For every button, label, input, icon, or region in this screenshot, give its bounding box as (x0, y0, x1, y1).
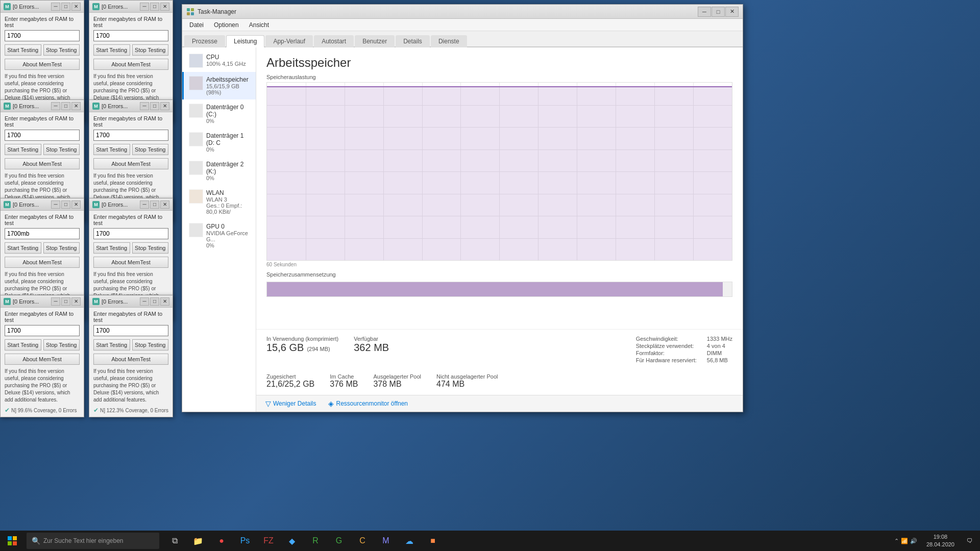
memtest-minimize-mw3[interactable]: ─ (51, 102, 60, 110)
memtest-minimize-mw6[interactable]: ─ (140, 201, 149, 209)
app12-button[interactable]: ■ (422, 531, 444, 551)
greenshot-button[interactable]: G (328, 531, 350, 551)
memtest-close-mw1[interactable]: ✕ (71, 3, 81, 11)
memtest-input-mw5[interactable] (5, 228, 80, 239)
tab-benutzer[interactable]: Benutzer (355, 35, 395, 47)
taskmanager-maximize-button[interactable]: □ (712, 7, 725, 17)
menu-datei[interactable]: Datei (184, 19, 209, 31)
memtest-stop-btn-mw4[interactable]: Stop Testing (132, 144, 169, 155)
memtest-minimize-mw8[interactable]: ─ (140, 297, 149, 306)
memtest-input-mw3[interactable] (5, 130, 80, 141)
sidebar-item-cpu[interactable]: CPU 100% 4,15 GHz (182, 49, 256, 72)
memtest-start-btn-mw7[interactable]: Start Testing (5, 339, 41, 350)
sidebar-item-gpu[interactable]: GPU 0 NVIDIA GeForce G... 0% (182, 219, 256, 253)
memtest-stop-btn-mw3[interactable]: Stop Testing (43, 144, 80, 155)
task-view-button[interactable]: ⧉ (163, 531, 186, 551)
tab-dienste[interactable]: Dienste (431, 35, 467, 47)
memtest-start-btn-mw8[interactable]: Start Testing (93, 339, 130, 350)
memtest-restore-mw2[interactable]: □ (150, 3, 159, 11)
tab-leistung[interactable]: Leistung (226, 35, 264, 47)
memtest-input-mw1[interactable] (5, 30, 80, 41)
memtest-about-btn-mw5[interactable]: About MemTest (5, 257, 80, 268)
dropbox-button[interactable]: ◆ (281, 531, 303, 551)
start-button[interactable] (0, 531, 24, 551)
memtest-minimize-mw4[interactable]: ─ (140, 102, 149, 110)
memtest-about-btn-mw4[interactable]: About MemTest (93, 158, 168, 169)
memtest-start-btn-mw2[interactable]: Start Testing (93, 44, 130, 56)
tab-autostart[interactable]: Autostart (314, 35, 354, 47)
photoshop-button[interactable]: Ps (234, 531, 256, 551)
taskmanager-close-button[interactable]: ✕ (725, 7, 739, 17)
chrome-button[interactable]: C (351, 531, 374, 551)
memtest-close-mw2[interactable]: ✕ (160, 3, 169, 11)
memtest-restore-mw7[interactable]: □ (61, 297, 70, 306)
memtest-stop-btn-mw6[interactable]: Stop Testing (132, 242, 169, 254)
taskbar-clock[interactable]: 19:08 28.04.2020 (921, 533, 960, 549)
app11-button[interactable]: ☁ (398, 531, 421, 551)
memtest-minimize-mw1[interactable]: ─ (51, 3, 60, 11)
taskbar-search[interactable]: 🔍 Zur Suche Text hier eingeben (27, 533, 159, 549)
menu-ansicht[interactable]: Ansicht (244, 19, 274, 31)
sidebar-item-arbeitsspeicher[interactable]: Arbeitsspeicher 15,6/15,9 GB (98%) (182, 72, 256, 99)
weniger-details-button[interactable]: ▽ Weniger Details (262, 398, 319, 409)
memtest-input-mw8[interactable] (93, 325, 168, 336)
memtest-stop-btn-mw7[interactable]: Stop Testing (43, 339, 80, 350)
memtest-restore-mw3[interactable]: □ (61, 102, 70, 110)
memtest-minimize-mw2[interactable]: ─ (140, 3, 149, 11)
file-explorer-button[interactable]: 📁 (187, 531, 209, 551)
memtest-stop-btn-mw5[interactable]: Stop Testing (43, 242, 80, 254)
tray-network[interactable]: 📶 (901, 538, 908, 544)
memtest-start-btn-mw1[interactable]: Start Testing (5, 44, 41, 56)
memtest-input-mw2[interactable] (93, 30, 168, 41)
memtest-close-mw5[interactable]: ✕ (71, 201, 81, 209)
memtest-about-btn-mw8[interactable]: About MemTest (93, 354, 168, 365)
memtest-input-mw6[interactable] (93, 228, 168, 239)
sidebar-item-datentrgerk[interactable]: Datenträger 2 (K:) 0% (182, 157, 256, 185)
memtest-about-btn-mw2[interactable]: About MemTest (93, 59, 168, 70)
memtest-restore-mw6[interactable]: □ (150, 201, 159, 209)
menu-optionen[interactable]: Optionen (209, 19, 244, 31)
memtest-about-btn-mw6[interactable]: About MemTest (93, 257, 168, 268)
sidebar-item-wlan[interactable]: WLAN WLAN 3 Ges.: 0 Empf.: 80,0 KBit/ (182, 185, 256, 219)
memtest-close-mw6[interactable]: ✕ (160, 201, 169, 209)
tab-prozesse[interactable]: Prozesse (184, 35, 225, 47)
ressourcenmonitor-button[interactable]: ◈ Ressourcenmonitor öffnen (325, 398, 411, 409)
memtest-about-btn-mw3[interactable]: About MemTest (5, 158, 80, 169)
memtest-minimize-mw5[interactable]: ─ (51, 201, 60, 209)
sidebar-item-datentrgerc[interactable]: Datenträger 0 (C:) 0% (182, 99, 256, 128)
memtest-close-mw4[interactable]: ✕ (160, 102, 169, 110)
memtest-close-mw3[interactable]: ✕ (71, 102, 81, 110)
memtest-start-btn-mw3[interactable]: Start Testing (5, 144, 41, 155)
memtest-btn-row-mw5: Start Testing Stop Testing (5, 242, 80, 254)
memtest-restore-mw1[interactable]: □ (61, 3, 70, 11)
sidebar-item-datentrgerdc[interactable]: Datenträger 1 (D: C 0% (182, 128, 256, 157)
memtest-close-mw7[interactable]: ✕ (71, 297, 81, 306)
tray-sound[interactable]: 🔊 (910, 538, 917, 544)
filezilla-button[interactable]: FZ (257, 531, 280, 551)
memtest-stop-btn-mw2[interactable]: Stop Testing (132, 44, 169, 56)
memtest-input-mw7[interactable] (5, 325, 80, 336)
notification-button[interactable]: 🗨 (960, 531, 980, 551)
memtest-start-btn-mw5[interactable]: Start Testing (5, 242, 41, 254)
memtest-close-mw8[interactable]: ✕ (160, 297, 169, 306)
memtest-about-btn-mw7[interactable]: About MemTest (5, 354, 80, 365)
memtest-restore-mw8[interactable]: □ (150, 297, 159, 306)
tray-arrow[interactable]: ⌃ (894, 538, 899, 544)
tab-appverlauf[interactable]: App-Verlauf (265, 35, 313, 47)
edge-button[interactable]: ● (210, 531, 233, 551)
tab-details[interactable]: Details (396, 35, 430, 47)
memtest-about-btn-mw1[interactable]: About MemTest (5, 59, 80, 70)
recuva-button[interactable]: R (304, 531, 327, 551)
memtest-stop-btn-mw1[interactable]: Stop Testing (43, 44, 80, 56)
memtest-restore-mw5[interactable]: □ (61, 201, 70, 209)
taskmanager-minimize-button[interactable]: ─ (698, 7, 711, 17)
memtest-restore-mw4[interactable]: □ (150, 102, 159, 110)
memtest-minimize-mw7[interactable]: ─ (51, 297, 60, 306)
app10-button[interactable]: M (375, 531, 397, 551)
memtest-start-btn-mw4[interactable]: Start Testing (93, 144, 130, 155)
memtest-stop-btn-mw8[interactable]: Stop Testing (132, 339, 169, 350)
memtest-input-mw4[interactable] (93, 130, 168, 141)
memtest-titlebar-mw2: M [0 Errors... ─ □ ✕ (89, 1, 173, 13)
memtest-titlebar-mw5: M [0 Errors... ─ □ ✕ (1, 198, 84, 211)
memtest-start-btn-mw6[interactable]: Start Testing (93, 242, 130, 254)
